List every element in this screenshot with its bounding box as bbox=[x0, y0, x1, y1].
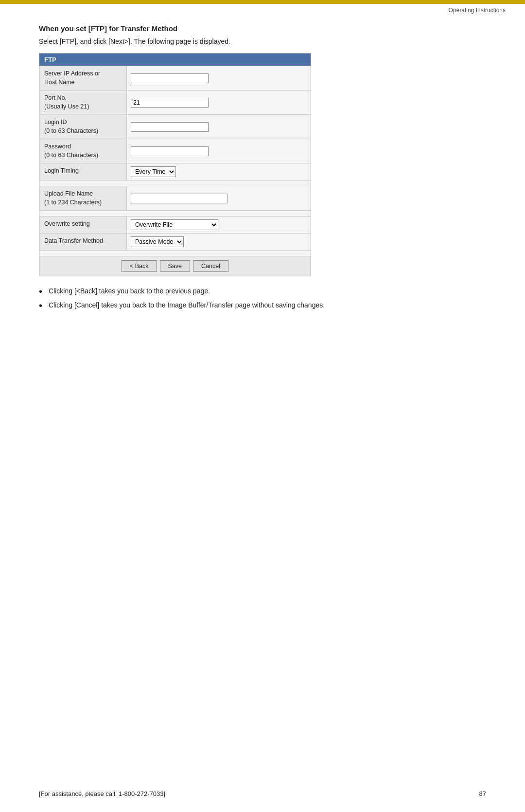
ftp-row-server-ip: Server IP Address orHost Name bbox=[39, 66, 311, 90]
ftp-row-login-timing: Login Timing Every Time Once bbox=[39, 163, 311, 180]
bullet-text-1: Clicking [<Back] takes you back to the p… bbox=[49, 286, 210, 296]
list-item: • Clicking [<Back] takes you back to the… bbox=[39, 286, 486, 296]
footer: [For assistance, please call: 1-800-272-… bbox=[0, 790, 525, 797]
ftp-row-password: Password(0 to 63 Characters) bbox=[39, 139, 311, 163]
ftp-value-port bbox=[127, 90, 311, 114]
transfer-method-select[interactable]: Passive Mode Active Mode bbox=[131, 236, 184, 247]
top-accent-bar bbox=[0, 0, 525, 4]
ftp-form-title: FTP bbox=[39, 54, 311, 66]
upload-file-input[interactable] bbox=[131, 194, 228, 203]
ftp-label-password: Password(0 to 63 Characters) bbox=[39, 139, 127, 163]
ftp-value-login-id bbox=[127, 115, 311, 139]
overwrite-select[interactable]: Overwrite File Append New File bbox=[131, 219, 218, 230]
ftp-row-port: Port No.(Usually Use 21) bbox=[39, 90, 311, 114]
back-button[interactable]: < Back bbox=[122, 260, 157, 272]
port-no-input[interactable] bbox=[131, 98, 209, 108]
password-input[interactable] bbox=[131, 146, 209, 156]
cancel-button[interactable]: Cancel bbox=[193, 260, 228, 272]
bullet-list: • Clicking [<Back] takes you back to the… bbox=[39, 286, 486, 310]
ftp-buttons-row: < Back Save Cancel bbox=[39, 256, 311, 276]
ftp-row-upload-file: Upload File Name(1 to 234 Characters) bbox=[39, 186, 311, 210]
ftp-value-login-timing: Every Time Once bbox=[127, 163, 311, 180]
ftp-spacer-3 bbox=[39, 250, 311, 256]
ftp-spacer-1 bbox=[39, 180, 311, 186]
ftp-value-transfer-method: Passive Mode Active Mode bbox=[127, 234, 311, 250]
ftp-label-login-timing: Login Timing bbox=[39, 163, 127, 180]
bullet-dot-1: • bbox=[39, 287, 49, 296]
operating-instructions-label: Operating Instructions bbox=[449, 7, 506, 14]
ftp-value-server-ip bbox=[127, 66, 311, 90]
main-content: When you set [FTP] for Transfer Method S… bbox=[39, 19, 486, 314]
ftp-label-port: Port No.(Usually Use 21) bbox=[39, 90, 127, 114]
ftp-row-login-id: Login ID(0 to 63 Characters) bbox=[39, 114, 311, 139]
server-ip-input[interactable] bbox=[131, 73, 209, 83]
footer-assistance: [For assistance, please call: 1-800-272-… bbox=[39, 790, 165, 797]
ftp-label-server-ip: Server IP Address orHost Name bbox=[39, 66, 127, 90]
login-id-input[interactable] bbox=[131, 122, 209, 132]
save-button[interactable]: Save bbox=[160, 260, 191, 272]
ftp-label-transfer-method: Data Transfer Method bbox=[39, 234, 127, 250]
bullet-dot-2: • bbox=[39, 301, 49, 310]
ftp-row-transfer-method: Data Transfer Method Passive Mode Active… bbox=[39, 233, 311, 250]
intro-text: Select [FTP], and click [Next>]. The fol… bbox=[39, 37, 486, 45]
ftp-value-upload-file bbox=[127, 186, 311, 210]
ftp-label-overwrite: Overwrite setting bbox=[39, 217, 127, 233]
ftp-value-password bbox=[127, 139, 311, 163]
bullet-text-2: Clicking [Cancel] takes you back to the … bbox=[49, 300, 325, 310]
ftp-row-overwrite: Overwrite setting Overwrite File Append … bbox=[39, 216, 311, 233]
section-title: When you set [FTP] for Transfer Method bbox=[39, 24, 486, 33]
ftp-label-upload-file: Upload File Name(1 to 234 Characters) bbox=[39, 186, 127, 210]
login-timing-select[interactable]: Every Time Once bbox=[131, 166, 176, 177]
ftp-label-login-id: Login ID(0 to 63 Characters) bbox=[39, 115, 127, 139]
ftp-spacer-2 bbox=[39, 210, 311, 216]
footer-page-number: 87 bbox=[479, 790, 486, 797]
list-item: • Clicking [Cancel] takes you back to th… bbox=[39, 300, 486, 310]
ftp-value-overwrite: Overwrite File Append New File bbox=[127, 217, 311, 233]
ftp-form: FTP Server IP Address orHost Name Port N… bbox=[39, 53, 311, 276]
header-label: Operating Instructions bbox=[449, 0, 525, 14]
